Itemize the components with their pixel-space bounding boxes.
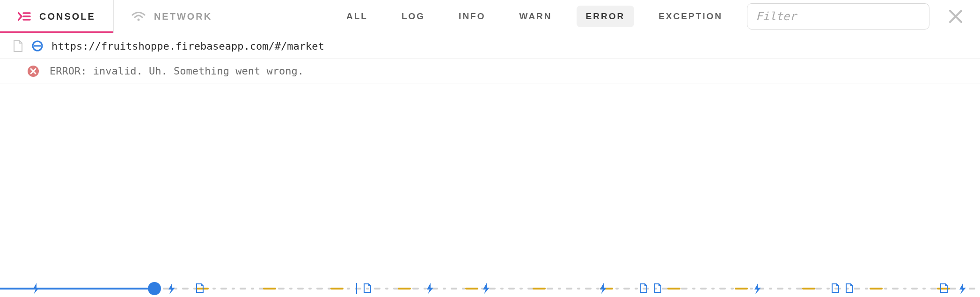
tab-network-label: NETWORK — [154, 11, 212, 22]
filter-warn[interactable]: WARN — [510, 6, 562, 27]
log-row: ERROR: invalid. Uh. Something went wrong… — [0, 59, 980, 83]
filter-exception[interactable]: EXCEPTION — [649, 6, 732, 27]
error-badge-icon — [27, 65, 39, 77]
page-icon — [12, 39, 23, 52]
timeline-strip[interactable] — [0, 280, 980, 297]
filter-info[interactable]: INFO — [449, 6, 495, 27]
tab-console-label: CONSOLE — [39, 11, 95, 22]
topbar-right: ALL LOG INFO WARN ERROR EXCEPTION — [337, 0, 980, 33]
svg-point-3 — [137, 19, 139, 21]
console-prompt-icon — [18, 11, 31, 22]
tab-network[interactable]: NETWORK — [114, 0, 230, 33]
log-message: ERROR: invalid. Uh. Something went wrong… — [50, 65, 304, 77]
filter-log[interactable]: LOG — [392, 6, 434, 27]
no-entry-icon — [32, 40, 43, 52]
close-icon[interactable] — [944, 5, 967, 28]
page-url-text: https://fruitshoppe.firebaseapp.com/#/ma… — [51, 40, 324, 52]
filter-error[interactable]: ERROR — [577, 6, 635, 27]
filter-all[interactable]: ALL — [337, 6, 377, 27]
tab-console[interactable]: CONSOLE — [0, 0, 114, 33]
page-url-row: https://fruitshoppe.firebaseapp.com/#/ma… — [0, 33, 980, 59]
wifi-icon — [132, 11, 146, 22]
filter-input[interactable] — [747, 3, 929, 30]
svg-point-12 — [148, 282, 161, 295]
top-tab-bar: CONSOLE NETWORK ALL LOG INFO WARN ERROR … — [0, 0, 980, 33]
